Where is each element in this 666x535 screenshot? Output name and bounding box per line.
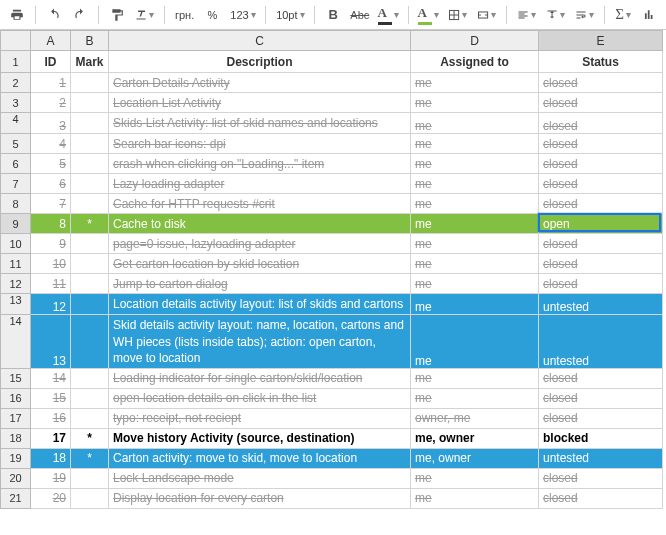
cell-stat[interactable]: closed (539, 113, 663, 134)
table-row[interactable]: 32Location List Activitymeclosed (1, 93, 663, 113)
cell-desc[interactable]: Location details activity layout: list o… (109, 294, 411, 315)
cell-assn[interactable]: me (411, 254, 539, 274)
cell-stat[interactable]: blocked (539, 428, 663, 448)
cell-mark[interactable] (71, 254, 109, 274)
cell-stat[interactable]: untested (539, 448, 663, 468)
spreadsheet-grid[interactable]: A B C D E 1 ID Mark Description Assigned… (0, 30, 666, 509)
redo-icon[interactable] (69, 4, 91, 26)
cell-assn[interactable]: owner, me (411, 408, 539, 428)
cell-assn[interactable]: me (411, 194, 539, 214)
row-header[interactable]: 4 (1, 113, 31, 134)
chart-icon[interactable] (638, 4, 660, 26)
cell-id[interactable]: 15 (31, 388, 71, 408)
cell-id[interactable]: 4 (31, 134, 71, 154)
sigma-icon[interactable]: Σ▾ (612, 4, 634, 26)
cell-stat[interactable]: closed (539, 468, 663, 488)
cell-assn[interactable]: me (411, 488, 539, 508)
table-row[interactable]: 109page=0 issue, lazyloading adaptermecl… (1, 234, 663, 254)
table-row[interactable]: 54Search bar icons: dpimeclosed (1, 134, 663, 154)
col-header-E[interactable]: E (539, 31, 663, 51)
cell-stat[interactable]: closed (539, 388, 663, 408)
cell-id[interactable]: 16 (31, 408, 71, 428)
row-header[interactable]: 12 (1, 274, 31, 294)
cell-desc[interactable]: Cache for HTTP requests #crit (109, 194, 411, 214)
cell-mark[interactable]: * (71, 448, 109, 468)
table-row[interactable]: 1918*Carton activity: move to skid, move… (1, 448, 663, 468)
cell-id[interactable]: 17 (31, 428, 71, 448)
borders-button[interactable]: ▾ (445, 4, 470, 26)
row-header[interactable]: 8 (1, 194, 31, 214)
cell-mark[interactable] (71, 134, 109, 154)
cell-assn[interactable]: me (411, 234, 539, 254)
row-header[interactable]: 10 (1, 234, 31, 254)
header-stat[interactable]: Status (539, 51, 663, 73)
cell-mark[interactable] (71, 113, 109, 134)
table-row[interactable]: 65crash when clicking on "Loading..." it… (1, 154, 663, 174)
row-header[interactable]: 21 (1, 488, 31, 508)
row-header[interactable]: 9 (1, 214, 31, 234)
row-header[interactable]: 14 (1, 315, 31, 369)
cell-assn[interactable]: me (411, 93, 539, 113)
cell-mark[interactable] (71, 368, 109, 388)
cell-mark[interactable]: * (71, 428, 109, 448)
row-header[interactable]: 2 (1, 73, 31, 93)
cell-assn[interactable]: me (411, 368, 539, 388)
cell-desc[interactable]: page=0 issue, lazyloading adapter (109, 234, 411, 254)
cell-id[interactable]: 18 (31, 448, 71, 468)
cell-assn[interactable]: me, owner (411, 448, 539, 468)
row-header[interactable]: 3 (1, 93, 31, 113)
row-header[interactable]: 1 (1, 51, 31, 73)
strikethrough-button[interactable]: Abc (348, 4, 371, 26)
cell-assn[interactable]: me (411, 154, 539, 174)
cell-id[interactable]: 13 (31, 315, 71, 369)
cell-mark[interactable] (71, 408, 109, 428)
cell-id[interactable]: 19 (31, 468, 71, 488)
table-row[interactable]: 1110Get carton location by skid location… (1, 254, 663, 274)
cell-desc[interactable]: Lock Landscape mode (109, 468, 411, 488)
cell-desc[interactable]: Search bar icons: dpi (109, 134, 411, 154)
cell-desc[interactable]: Display location for every carton (109, 488, 411, 508)
cell-desc[interactable]: Skids List Activity: list of skid names … (109, 113, 411, 134)
table-row[interactable]: 2019Lock Landscape modemeclosed (1, 468, 663, 488)
table-row[interactable]: 1514Loading indicator for single carton/… (1, 368, 663, 388)
cell-assn[interactable]: me (411, 274, 539, 294)
cell-id[interactable]: 7 (31, 194, 71, 214)
percent-format-button[interactable]: % (201, 4, 223, 26)
cell-desc[interactable]: Move history Activity (source, destinati… (109, 428, 411, 448)
table-row[interactable]: 1716typo: receipt, not recieptowner, mec… (1, 408, 663, 428)
row-header[interactable]: 11 (1, 254, 31, 274)
table-row[interactable]: 1615open location details on click in th… (1, 388, 663, 408)
cell-mark[interactable] (71, 174, 109, 194)
row-header[interactable]: 7 (1, 174, 31, 194)
cell-mark[interactable] (71, 154, 109, 174)
table-row[interactable]: 1413Skid details activity layout: name, … (1, 315, 663, 369)
cell-assn[interactable]: me (411, 315, 539, 369)
cell-mark[interactable] (71, 93, 109, 113)
table-row[interactable]: 1817*Move history Activity (source, dest… (1, 428, 663, 448)
fontsize-select[interactable]: 10pt▾ (273, 4, 307, 26)
align-button[interactable]: ▾ (514, 4, 539, 26)
cell-id[interactable]: 14 (31, 368, 71, 388)
table-row[interactable]: 87Cache for HTTP requests #critmeclosed (1, 194, 663, 214)
row-header[interactable]: 6 (1, 154, 31, 174)
cell-id[interactable]: 5 (31, 154, 71, 174)
cell-mark[interactable] (71, 468, 109, 488)
row-header[interactable]: 18 (1, 428, 31, 448)
cell-assn[interactable]: me (411, 174, 539, 194)
header-row[interactable]: 1 ID Mark Description Assigned to Status (1, 51, 663, 73)
table-row[interactable]: 76Lazy loading adaptermeclosed (1, 174, 663, 194)
cell-desc[interactable]: Lazy loading adapter (109, 174, 411, 194)
print-icon[interactable] (6, 4, 28, 26)
cell-desc[interactable]: typo: receipt, not reciept (109, 408, 411, 428)
row-header[interactable]: 17 (1, 408, 31, 428)
col-header-A[interactable]: A (31, 31, 71, 51)
cell-stat[interactable]: closed (539, 408, 663, 428)
cell-stat[interactable]: closed (539, 93, 663, 113)
cell-assn[interactable]: me (411, 294, 539, 315)
cell-mark[interactable] (71, 388, 109, 408)
table-row[interactable]: 2120Display location for every cartonmec… (1, 488, 663, 508)
cell-stat[interactable]: closed (539, 174, 663, 194)
header-id[interactable]: ID (31, 51, 71, 73)
cell-id[interactable]: 1 (31, 73, 71, 93)
merge-cells-button[interactable]: ▾ (474, 4, 499, 26)
